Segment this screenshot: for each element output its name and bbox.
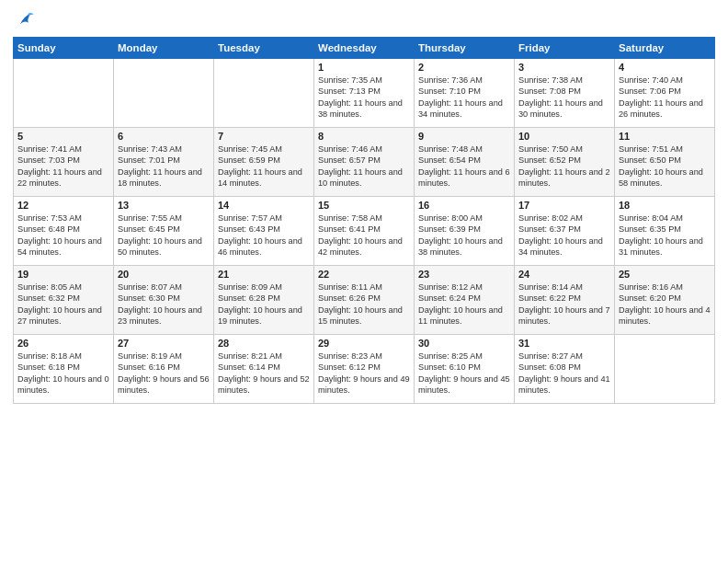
calendar-cell: 31Sunrise: 8:27 AM Sunset: 6:08 PM Dayli… [515, 335, 615, 404]
day-info: Sunrise: 8:04 AM Sunset: 6:35 PM Dayligh… [619, 213, 711, 259]
calendar-cell: 10Sunrise: 7:50 AM Sunset: 6:52 PM Dayli… [515, 128, 615, 197]
calendar-cell: 29Sunrise: 8:23 AM Sunset: 6:12 PM Dayli… [314, 335, 415, 404]
day-number: 11 [619, 131, 711, 142]
day-number: 13 [118, 200, 210, 211]
day-number: 29 [318, 338, 410, 349]
calendar-cell: 25Sunrise: 8:16 AM Sunset: 6:20 PM Dayli… [615, 266, 715, 335]
day-number: 1 [318, 62, 410, 73]
calendar-cell: 1Sunrise: 7:35 AM Sunset: 7:13 PM Daylig… [314, 59, 415, 128]
calendar-cell: 11Sunrise: 7:51 AM Sunset: 6:50 PM Dayli… [615, 128, 715, 197]
day-number: 19 [17, 269, 109, 280]
calendar-cell: 3Sunrise: 7:38 AM Sunset: 7:08 PM Daylig… [515, 59, 615, 128]
day-info: Sunrise: 8:00 AM Sunset: 6:39 PM Dayligh… [418, 213, 510, 259]
logo-bird-icon [15, 9, 35, 29]
day-number: 9 [418, 131, 510, 142]
weekday-header-thursday: Thursday [415, 38, 515, 59]
day-info: Sunrise: 7:50 AM Sunset: 6:52 PM Dayligh… [518, 144, 610, 190]
day-info: Sunrise: 7:43 AM Sunset: 7:01 PM Dayligh… [118, 144, 210, 190]
calendar-cell: 28Sunrise: 8:21 AM Sunset: 6:14 PM Dayli… [214, 335, 314, 404]
day-number: 2 [418, 62, 510, 73]
calendar-cell: 15Sunrise: 7:58 AM Sunset: 6:41 PM Dayli… [314, 197, 415, 266]
day-info: Sunrise: 8:27 AM Sunset: 6:08 PM Dayligh… [518, 350, 610, 396]
calendar-cell: 20Sunrise: 8:07 AM Sunset: 6:30 PM Dayli… [114, 266, 214, 335]
day-number: 10 [518, 131, 610, 142]
day-number: 20 [118, 269, 210, 280]
calendar-cell: 6Sunrise: 7:43 AM Sunset: 7:01 PM Daylig… [114, 128, 214, 197]
calendar-cell: 7Sunrise: 7:45 AM Sunset: 6:59 PM Daylig… [214, 128, 314, 197]
day-info: Sunrise: 7:55 AM Sunset: 6:45 PM Dayligh… [118, 213, 210, 259]
calendar-cell [114, 59, 214, 128]
calendar-cell: 17Sunrise: 8:02 AM Sunset: 6:37 PM Dayli… [515, 197, 615, 266]
day-number: 7 [218, 131, 310, 142]
calendar-cell: 8Sunrise: 7:46 AM Sunset: 6:57 PM Daylig… [314, 128, 415, 197]
day-info: Sunrise: 7:45 AM Sunset: 6:59 PM Dayligh… [218, 144, 310, 190]
day-info: Sunrise: 7:53 AM Sunset: 6:48 PM Dayligh… [17, 213, 109, 259]
day-number: 30 [418, 338, 510, 349]
day-number: 12 [17, 200, 109, 211]
weekday-header-friday: Friday [515, 38, 615, 59]
weekday-header-wednesday: Wednesday [314, 38, 415, 59]
day-info: Sunrise: 8:19 AM Sunset: 6:16 PM Dayligh… [118, 350, 210, 396]
weekday-header-saturday: Saturday [615, 38, 715, 59]
page: SundayMondayTuesdayWednesdayThursdayFrid… [0, 0, 728, 563]
weekday-header-monday: Monday [114, 38, 214, 59]
calendar-cell: 23Sunrise: 8:12 AM Sunset: 6:24 PM Dayli… [415, 266, 515, 335]
weekday-header-row: SundayMondayTuesdayWednesdayThursdayFrid… [14, 38, 715, 59]
day-info: Sunrise: 8:16 AM Sunset: 6:20 PM Dayligh… [619, 282, 711, 327]
calendar-cell: 18Sunrise: 8:04 AM Sunset: 6:35 PM Dayli… [615, 197, 715, 266]
day-info: Sunrise: 8:12 AM Sunset: 6:24 PM Dayligh… [418, 282, 510, 327]
day-number: 18 [619, 200, 711, 211]
calendar-cell: 13Sunrise: 7:55 AM Sunset: 6:45 PM Dayli… [114, 197, 214, 266]
day-number: 21 [218, 269, 310, 280]
calendar-cell [615, 335, 715, 404]
day-number: 16 [418, 200, 510, 211]
day-info: Sunrise: 7:51 AM Sunset: 6:50 PM Dayligh… [619, 144, 711, 190]
day-info: Sunrise: 7:57 AM Sunset: 6:43 PM Dayligh… [218, 213, 310, 259]
calendar-cell: 2Sunrise: 7:36 AM Sunset: 7:10 PM Daylig… [415, 59, 515, 128]
calendar-week-1: 5Sunrise: 7:41 AM Sunset: 7:03 PM Daylig… [14, 128, 715, 197]
calendar-cell [214, 59, 314, 128]
calendar-cell: 16Sunrise: 8:00 AM Sunset: 6:39 PM Dayli… [415, 197, 515, 266]
day-info: Sunrise: 8:05 AM Sunset: 6:32 PM Dayligh… [17, 282, 109, 327]
day-info: Sunrise: 8:23 AM Sunset: 6:12 PM Dayligh… [318, 350, 410, 396]
day-info: Sunrise: 7:38 AM Sunset: 7:08 PM Dayligh… [518, 75, 610, 121]
day-info: Sunrise: 8:11 AM Sunset: 6:26 PM Dayligh… [318, 282, 410, 327]
weekday-header-sunday: Sunday [14, 38, 114, 59]
day-number: 8 [318, 131, 410, 142]
day-number: 15 [318, 200, 410, 211]
logo [13, 9, 35, 29]
calendar-cell: 26Sunrise: 8:18 AM Sunset: 6:18 PM Dayli… [14, 335, 114, 404]
calendar-cell: 30Sunrise: 8:25 AM Sunset: 6:10 PM Dayli… [415, 335, 515, 404]
day-info: Sunrise: 8:18 AM Sunset: 6:18 PM Dayligh… [17, 350, 109, 396]
day-number: 3 [518, 62, 610, 73]
day-number: 28 [218, 338, 310, 349]
calendar-cell: 24Sunrise: 8:14 AM Sunset: 6:22 PM Dayli… [515, 266, 615, 335]
day-number: 6 [118, 131, 210, 142]
calendar-cell: 19Sunrise: 8:05 AM Sunset: 6:32 PM Dayli… [14, 266, 114, 335]
day-number: 31 [518, 338, 610, 349]
calendar-week-0: 1Sunrise: 7:35 AM Sunset: 7:13 PM Daylig… [14, 59, 715, 128]
calendar-cell: 9Sunrise: 7:48 AM Sunset: 6:54 PM Daylig… [415, 128, 515, 197]
day-info: Sunrise: 8:02 AM Sunset: 6:37 PM Dayligh… [518, 213, 610, 259]
day-info: Sunrise: 7:58 AM Sunset: 6:41 PM Dayligh… [318, 213, 410, 259]
day-info: Sunrise: 8:21 AM Sunset: 6:14 PM Dayligh… [218, 350, 310, 396]
day-number: 24 [518, 269, 610, 280]
day-number: 23 [418, 269, 510, 280]
day-number: 4 [619, 62, 711, 73]
day-number: 22 [318, 269, 410, 280]
calendar-cell: 21Sunrise: 8:09 AM Sunset: 6:28 PM Dayli… [214, 266, 314, 335]
day-info: Sunrise: 7:48 AM Sunset: 6:54 PM Dayligh… [418, 144, 510, 190]
header [13, 9, 715, 29]
day-number: 27 [118, 338, 210, 349]
day-info: Sunrise: 7:40 AM Sunset: 7:06 PM Dayligh… [619, 75, 711, 121]
calendar-cell: 5Sunrise: 7:41 AM Sunset: 7:03 PM Daylig… [14, 128, 114, 197]
day-info: Sunrise: 8:07 AM Sunset: 6:30 PM Dayligh… [118, 282, 210, 327]
day-info: Sunrise: 7:41 AM Sunset: 7:03 PM Dayligh… [17, 144, 109, 190]
day-number: 14 [218, 200, 310, 211]
day-number: 5 [17, 131, 109, 142]
day-info: Sunrise: 7:36 AM Sunset: 7:10 PM Dayligh… [418, 75, 510, 121]
calendar-week-3: 19Sunrise: 8:05 AM Sunset: 6:32 PM Dayli… [14, 266, 715, 335]
day-info: Sunrise: 7:35 AM Sunset: 7:13 PM Dayligh… [318, 75, 410, 121]
calendar-cell: 27Sunrise: 8:19 AM Sunset: 6:16 PM Dayli… [114, 335, 214, 404]
day-info: Sunrise: 7:46 AM Sunset: 6:57 PM Dayligh… [318, 144, 410, 190]
